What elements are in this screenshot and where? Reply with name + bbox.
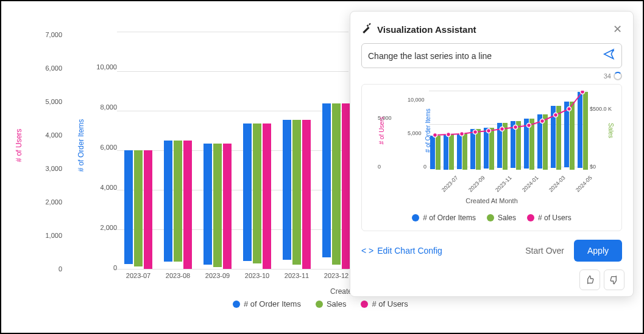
preview-legend: # of Order Items Sales # of Users <box>362 214 621 222</box>
legend-item[interactable]: Sales <box>316 299 347 308</box>
bar-group[interactable] <box>202 144 233 269</box>
y-axis-1-label: # of Users <box>15 129 23 162</box>
preview-plot <box>429 91 587 170</box>
start-over-button[interactable]: Start Over <box>525 246 564 256</box>
visualization-assistant-panel: Visualization Assistant ✕ 34 # of Users … <box>350 11 634 297</box>
bar-group[interactable] <box>281 120 312 269</box>
panel-title: Visualization Assistant <box>377 24 476 35</box>
code-icon: < > <box>361 246 373 256</box>
bar-group[interactable] <box>163 141 193 269</box>
chart-legend: # of Order Items Sales # of Users <box>233 299 408 308</box>
thumbs-down-button[interactable] <box>604 270 625 290</box>
edit-chart-config-link[interactable]: < > Edit Chart Config <box>361 246 442 256</box>
prompt-input-row <box>361 43 622 68</box>
chart-preview: # of Users # of Order Items Sales 0 5,00… <box>361 84 622 231</box>
legend-item[interactable]: # of Users <box>527 214 571 222</box>
plot-area <box>117 32 349 269</box>
legend-item[interactable]: Sales <box>487 214 516 222</box>
svg-point-0 <box>612 50 614 52</box>
legend-item[interactable]: # of Order Items <box>412 214 476 222</box>
close-icon[interactable]: ✕ <box>613 23 622 36</box>
thumbs-up-button[interactable] <box>579 270 600 290</box>
bar-group[interactable] <box>321 103 352 269</box>
send-icon[interactable] <box>603 48 615 63</box>
y-axis-1-ticks: 0 1,000 2,000 3,000 4,000 5,000 6,000 7,… <box>26 13 62 269</box>
legend-item[interactable]: # of Users <box>361 299 408 308</box>
legend-item[interactable]: # of Order Items <box>233 299 301 308</box>
y-axis-2-ticks: 0 2,000 4,000 6,000 8,000 10,000 <box>80 13 117 269</box>
preview-y3-label: Sales <box>607 123 614 138</box>
bar-group[interactable] <box>242 124 272 269</box>
bar-group[interactable] <box>123 150 154 269</box>
wand-icon <box>361 23 372 36</box>
main-chart: # of Users # of Order Items 0 1,000 2,00… <box>7 13 349 275</box>
spinner-icon <box>614 72 622 80</box>
timer: 34 <box>361 72 622 80</box>
prompt-input[interactable] <box>368 51 603 61</box>
preview-x-label: Created At Month <box>362 197 621 204</box>
apply-button[interactable]: Apply <box>574 240 622 262</box>
